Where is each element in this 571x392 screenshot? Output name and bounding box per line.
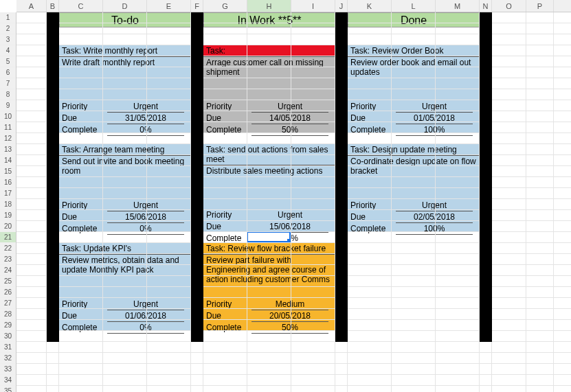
card-inwork-2[interactable]: Task: Review flow bracket failureReview …: [203, 243, 335, 331]
label-due: Due: [203, 113, 251, 124]
value-complete: 50%: [251, 124, 328, 136]
card-todo-2[interactable]: Task: Update KPI'sReview metrics, obtain…: [59, 243, 191, 331]
row-6[interactable]: 6: [0, 67, 16, 78]
value-complete: 50%: [251, 322, 328, 334]
label-due: Due: [59, 211, 107, 223]
label-due: Due: [59, 310, 107, 322]
row-9[interactable]: 9: [0, 100, 16, 111]
col-P[interactable]: P: [526, 0, 554, 12]
value-complete: 100%: [396, 124, 473, 136]
row-23[interactable]: 23: [0, 254, 16, 265]
col-N[interactable]: N: [480, 0, 492, 12]
label-complete: Complete: [203, 124, 251, 136]
card-todo-0[interactable]: Task: Write monthly reportWrite draft mo…: [59, 45, 191, 133]
col-L[interactable]: L: [392, 0, 436, 12]
label-complete: Complete: [59, 124, 107, 136]
col-K[interactable]: K: [348, 0, 392, 12]
row-15[interactable]: 15: [0, 166, 16, 177]
row-19[interactable]: 19: [0, 210, 16, 221]
row-8[interactable]: 8: [0, 89, 16, 100]
col-E[interactable]: E: [147, 0, 191, 12]
row-4[interactable]: 4: [0, 45, 16, 56]
row-17[interactable]: 17: [0, 188, 16, 199]
divider-N: [480, 12, 492, 342]
value-complete: 0%: [107, 223, 184, 235]
card-inwork-1[interactable]: Task: send out actions from sales meetDi…: [203, 144, 335, 232]
card-inwork-0[interactable]: Task:Arrage customer call on missing shi…: [203, 45, 335, 133]
value-due: 15/06/2018: [107, 211, 184, 223]
row-18[interactable]: 18: [0, 199, 16, 210]
col-O[interactable]: O: [492, 0, 526, 12]
header-todo: To-do: [59, 12, 191, 27]
col-I[interactable]: I: [291, 0, 335, 12]
value-priority: Urgent: [251, 209, 328, 221]
row-32[interactable]: 32: [0, 353, 16, 364]
col-F[interactable]: F: [191, 0, 203, 12]
row-30[interactable]: 30: [0, 331, 16, 342]
card-desc: Arrage customer call on missing shipment: [203, 57, 335, 101]
card-desc: Send out invite and book meeting room: [59, 156, 191, 200]
row-13[interactable]: 13: [0, 144, 16, 155]
row-10[interactable]: 10: [0, 111, 16, 122]
card-desc: Review part failure with Engineering and…: [203, 255, 335, 299]
value-due: 20/05/2018: [251, 310, 328, 322]
row-14[interactable]: 14: [0, 155, 16, 166]
divider-F: [191, 12, 203, 342]
divider-B: [47, 12, 59, 342]
row-3[interactable]: 3: [0, 34, 16, 45]
grid-area[interactable]: To-do In Work **5** Done Task: Write mon…: [16, 12, 571, 392]
row-31[interactable]: 31: [0, 342, 16, 353]
label-complete: Complete: [348, 124, 396, 136]
value-complete: 0%: [107, 124, 184, 136]
label-priority: Priority: [203, 209, 251, 221]
row-12[interactable]: 12: [0, 133, 16, 144]
row-22[interactable]: 22: [0, 243, 16, 254]
row-1[interactable]: 1: [0, 12, 16, 23]
divider-J: [335, 12, 348, 342]
row-26[interactable]: 26: [0, 287, 16, 298]
col-A[interactable]: A: [16, 0, 47, 12]
card-desc: Write draft monthly report: [59, 57, 191, 101]
row-headers[interactable]: 1234567891011121314151617181920212223242…: [0, 12, 16, 392]
col-B[interactable]: B: [47, 0, 59, 12]
col-D[interactable]: D: [103, 0, 147, 12]
label-due: Due: [348, 113, 396, 124]
row-25[interactable]: 25: [0, 276, 16, 287]
column-headers[interactable]: ABCDEFGHIJKLMNOP: [16, 0, 571, 12]
row-16[interactable]: 16: [0, 177, 16, 188]
row-5[interactable]: 5: [0, 56, 16, 67]
spreadsheet[interactable]: ABCDEFGHIJKLMNOP 12345678910111213141516…: [0, 0, 571, 392]
card-todo-1[interactable]: Task: Arrange team meetingSend out invit…: [59, 144, 191, 232]
value-due: 01/05/2018: [396, 113, 473, 124]
label-complete: Complete: [348, 223, 396, 235]
row-28[interactable]: 28: [0, 309, 16, 320]
label-due: Due: [203, 310, 251, 322]
label-complete: Complete: [59, 223, 107, 235]
row-33[interactable]: 33: [0, 364, 16, 375]
col-H[interactable]: H: [247, 0, 291, 12]
row-34[interactable]: 34: [0, 375, 16, 386]
value-due: 31/05/2018: [107, 113, 184, 124]
row-35[interactable]: 35: [0, 386, 16, 392]
row-21[interactable]: 21: [0, 232, 16, 243]
row-24[interactable]: 24: [0, 265, 16, 276]
col-M[interactable]: M: [436, 0, 480, 12]
col-J[interactable]: J: [335, 0, 348, 12]
value-complete: 100%: [396, 223, 473, 235]
card-desc: Review metrics, obtain data and update M…: [59, 255, 191, 299]
label-complete: Complete: [203, 322, 251, 334]
label-due: Due: [59, 113, 107, 124]
card-done-0[interactable]: Task: Review Order BookReview order book…: [348, 45, 480, 133]
row-2[interactable]: 2: [0, 23, 16, 34]
row-20[interactable]: 20: [0, 221, 16, 232]
card-done-1[interactable]: Task: Design update meetingCo-ordinate d…: [348, 144, 480, 232]
row-11[interactable]: 11: [0, 122, 16, 133]
row-7[interactable]: 7: [0, 78, 16, 89]
col-G[interactable]: G: [203, 0, 247, 12]
header-done: Done: [348, 12, 480, 27]
row-29[interactable]: 29: [0, 320, 16, 331]
col-C[interactable]: C: [59, 0, 103, 12]
row-27[interactable]: 27: [0, 298, 16, 309]
value-due: 01/06/2018: [107, 310, 184, 322]
value-due: 02/05/2018: [396, 211, 473, 223]
